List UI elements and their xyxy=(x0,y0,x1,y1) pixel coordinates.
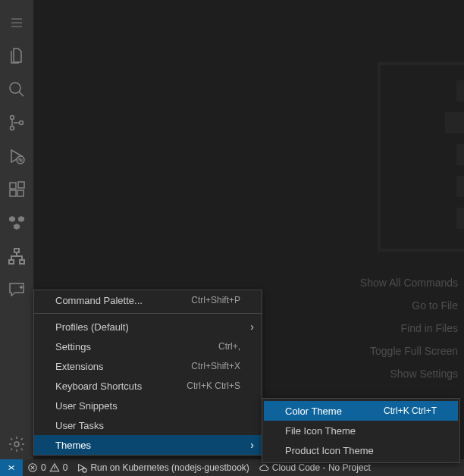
run-debug-icon[interactable] xyxy=(0,139,33,173)
themes-submenu: Color Theme Ctrl+K Ctrl+T File Icon Them… xyxy=(262,398,460,463)
menu-label: Profiles (Default) xyxy=(55,321,129,333)
status-problems[interactable]: 0 0 xyxy=(23,459,72,476)
menu-shortcut: Ctrl+Shift+X xyxy=(191,361,240,371)
menu-extensions[interactable]: Extensions Ctrl+Shift+X xyxy=(34,356,262,376)
menu-themes[interactable]: Themes › xyxy=(34,435,262,455)
svg-point-12 xyxy=(14,442,19,446)
menu-shortcut: Ctrl+, xyxy=(218,341,240,352)
submenu-color-theme[interactable]: Color Theme Ctrl+K Ctrl+T xyxy=(264,401,458,421)
cloud-icon xyxy=(259,462,269,473)
menu-shortcut: Ctrl+Shift+P xyxy=(191,295,240,305)
chevron-right-icon: › xyxy=(250,439,254,451)
debug-alt-icon xyxy=(77,462,87,473)
menu-label: User Tasks xyxy=(55,420,104,431)
svg-point-0 xyxy=(10,83,20,93)
search-icon[interactable] xyxy=(0,73,33,106)
tree-icon[interactable] xyxy=(0,240,33,273)
welcome-go-to-file: Go to File xyxy=(412,299,458,312)
svg-rect-6 xyxy=(10,190,16,196)
svg-rect-7 xyxy=(17,190,24,196)
chat-sparkle-icon[interactable] xyxy=(0,273,33,306)
vscode-watermark-logo xyxy=(378,62,464,252)
svg-point-1 xyxy=(11,116,14,120)
menu-settings[interactable]: Settings Ctrl+, xyxy=(34,337,262,356)
welcome-show-settings: Show Settings xyxy=(390,368,459,380)
status-cloud-code-label: Cloud Code - No Project xyxy=(272,462,371,473)
status-run-kubernetes[interactable]: Run on Kubernetes (nodejs-guestbook) xyxy=(72,459,253,476)
menu-keyboard-shortcuts[interactable]: Keyboard Shortcuts Ctrl+K Ctrl+S xyxy=(34,376,262,396)
menu-label: File Icon Theme xyxy=(285,425,356,437)
error-icon xyxy=(27,462,38,473)
svg-point-2 xyxy=(11,127,14,130)
svg-rect-11 xyxy=(20,260,24,264)
svg-rect-8 xyxy=(18,182,24,188)
svg-rect-5 xyxy=(10,183,16,189)
menu-label: Product Icon Theme xyxy=(285,445,374,456)
gear-icon[interactable] xyxy=(0,427,33,461)
status-run-kubernetes-label: Run on Kubernetes (nodejs-guestbook) xyxy=(90,462,249,473)
welcome-toggle-full-screen: Toggle Full Screen xyxy=(370,345,458,357)
extensions-icon[interactable] xyxy=(0,173,33,206)
menu-user-tasks[interactable]: User Tasks xyxy=(34,415,262,435)
welcome-find-in-files: Find in Files xyxy=(401,322,458,334)
menu-command-palette[interactable]: Command Palette... Ctrl+Shift+P xyxy=(34,290,262,310)
hexagon-icon[interactable] xyxy=(0,206,33,240)
welcome-shortcuts-list: Show All Commands Go to File Find in Fil… xyxy=(360,277,458,380)
submenu-file-icon-theme[interactable]: File Icon Theme xyxy=(264,421,458,440)
menu-user-snippets[interactable]: User Snippets xyxy=(34,396,262,415)
manage-context-menu: Command Palette... Ctrl+Shift+P Profiles… xyxy=(33,290,262,456)
warning-icon xyxy=(49,462,60,473)
status-error-count: 0 xyxy=(41,462,46,473)
menu-label: Settings xyxy=(55,341,91,352)
menu-icon[interactable] xyxy=(0,6,33,39)
menu-label: Keyboard Shortcuts xyxy=(55,380,142,392)
chevron-right-icon: › xyxy=(250,321,254,333)
svg-point-14 xyxy=(83,468,86,472)
menu-label: Command Palette... xyxy=(55,295,143,306)
menu-profiles[interactable]: Profiles (Default) › xyxy=(34,317,262,337)
remote-window-button[interactable] xyxy=(0,459,23,476)
status-warning-count: 0 xyxy=(63,462,68,473)
menu-label: User Snippets xyxy=(55,400,118,412)
menu-label: Extensions xyxy=(55,361,104,372)
source-control-icon[interactable] xyxy=(0,106,33,139)
menu-shortcut: Ctrl+K Ctrl+T xyxy=(384,406,437,416)
svg-rect-10 xyxy=(9,260,14,264)
explorer-icon[interactable] xyxy=(0,39,33,73)
activity-bar xyxy=(0,0,33,461)
menu-label: Themes xyxy=(55,440,91,451)
svg-point-3 xyxy=(20,121,24,125)
welcome-show-all-commands: Show All Commands xyxy=(360,277,458,289)
menu-separator xyxy=(34,313,262,314)
menu-shortcut: Ctrl+K Ctrl+S xyxy=(187,380,240,391)
svg-rect-9 xyxy=(14,249,19,252)
submenu-product-icon-theme[interactable]: Product Icon Theme xyxy=(264,440,458,460)
menu-label: Color Theme xyxy=(285,406,342,417)
